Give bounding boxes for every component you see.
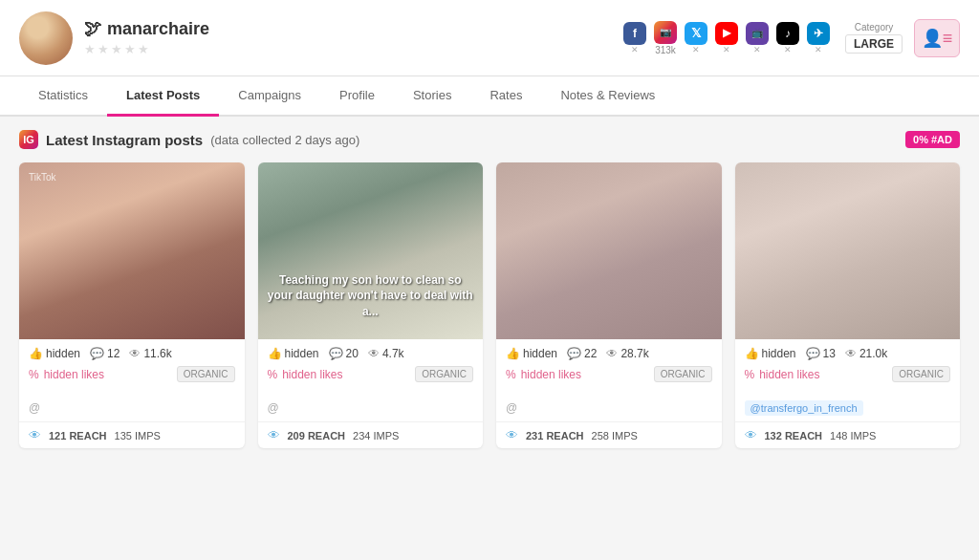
instagram-count: 313k — [655, 45, 676, 55]
eye-icon-4: 👁 — [745, 428, 757, 442]
hidden-likes-text-1: hidden likes — [44, 368, 104, 381]
post-metrics-4: 👍 hidden 💬 13 👁 21.0k — [745, 347, 951, 360]
social-telegram[interactable]: ✈ ✕ — [807, 22, 830, 54]
eye-icon-1: 👁 — [29, 428, 41, 442]
hidden-likes-text-2: hidden likes — [282, 368, 342, 381]
imps-value-3: 258 IMPS — [592, 430, 638, 442]
social-youtube[interactable]: ▶ ✕ — [715, 22, 738, 54]
post-card-1: 👍 hidden 💬 12 👁 11.6k % hidde — [19, 162, 245, 448]
hidden-likes-3: % hidden likes — [506, 368, 581, 381]
ad-badge: 0% #AD — [905, 131, 960, 148]
views-value-2: 4.7k — [382, 347, 404, 360]
post-image-3 — [496, 162, 722, 339]
social-twitter[interactable]: 𝕏 ✕ — [685, 22, 707, 54]
post-metrics-3: 👍 hidden 💬 22 👁 28.7k — [506, 347, 712, 360]
tab-campaigns[interactable]: Campaigns — [219, 76, 320, 117]
likes-metric-1: 👍 hidden — [29, 347, 80, 360]
post-image-2: Teaching my son how to clean so your dau… — [258, 162, 484, 339]
post-card-4: 👍 hidden 💬 13 👁 21.0k % hidde — [735, 162, 961, 448]
views-value-4: 21.0k — [859, 347, 887, 360]
like-icon-3: 👍 — [506, 347, 520, 360]
post-image-4 — [735, 162, 961, 339]
views-metric-3: 👁 28.7k — [606, 347, 648, 360]
avatar — [19, 11, 73, 65]
header: 🕊 manarchaire ★ ★ ★ ★ ★ f ✕ 📷 313k 𝕏 ✕ ▶ — [0, 0, 979, 76]
like-icon-4: 👍 — [745, 347, 759, 360]
social-twitch[interactable]: 📺 ✕ — [746, 22, 769, 54]
comments-value-1: 12 — [107, 347, 120, 360]
organic-badge-2: ORGANIC — [415, 366, 473, 382]
category-box: Category LARGE — [845, 22, 903, 54]
likes-metric-3: 👍 hidden — [506, 347, 557, 360]
tab-statistics[interactable]: Statistics — [19, 76, 107, 117]
section-title: IG Latest Instagram posts (data collecte… — [19, 130, 359, 149]
hidden-likes-1: % hidden likes — [29, 368, 104, 381]
likes-value-4: hidden — [762, 347, 796, 360]
reach-value-2: 209 REACH — [288, 430, 346, 442]
twitch-icon: 📺 — [746, 22, 769, 45]
instagram-section-icon: IG — [19, 130, 38, 149]
percent-icon-1: % — [29, 368, 39, 381]
profile-info: 🕊 manarchaire ★ ★ ★ ★ ★ — [84, 19, 209, 56]
category-label: Category — [845, 22, 903, 32]
comment-icon-3: 💬 — [567, 347, 581, 360]
facebook-icon: f — [623, 22, 646, 45]
reach-value-1: 121 REACH — [49, 430, 107, 442]
tab-profile[interactable]: Profile — [320, 76, 394, 117]
tab-notes-reviews[interactable]: Notes & Reviews — [541, 76, 674, 117]
post-mention-2: @ — [258, 396, 484, 421]
stars: ★ ★ ★ ★ ★ — [84, 42, 209, 56]
eye-icon-2: 👁 — [268, 428, 280, 442]
post-stats-2: 👍 hidden 💬 20 👁 4.7k % hidden — [258, 339, 484, 396]
star5: ★ — [138, 42, 149, 56]
post-stats-1: 👍 hidden 💬 12 👁 11.6k % hidde — [19, 339, 245, 396]
username: 🕊 manarchaire — [84, 19, 209, 39]
section-header: IG Latest Instagram posts (data collecte… — [19, 130, 960, 149]
likes-metric-2: 👍 hidden — [268, 347, 319, 360]
post-image-2-text: Teaching my son how to clean so your dau… — [258, 272, 484, 320]
profile-card-button[interactable]: 👤≡ — [914, 19, 960, 57]
post-image-1 — [19, 162, 245, 339]
post-likes-1: % hidden likes ORGANIC — [29, 366, 235, 382]
tab-stories[interactable]: Stories — [394, 76, 470, 117]
nav-tabs: Statistics Latest Posts Campaigns Profil… — [0, 76, 979, 117]
views-icon-3: 👁 — [606, 347, 618, 360]
tab-rates[interactable]: Rates — [470, 76, 541, 117]
comments-metric-4: 💬 13 — [806, 347, 836, 360]
star2: ★ — [98, 42, 109, 56]
post-reach-4: 👁 132 REACH 148 IMPS — [735, 421, 961, 448]
comment-icon-2: 💬 — [329, 347, 343, 360]
imps-value-1: 135 IMPS — [115, 430, 161, 442]
section-title-text: Latest Instagram posts — [46, 132, 203, 148]
views-icon-1: 👁 — [129, 347, 141, 360]
username-text: manarchaire — [107, 19, 209, 39]
social-instagram[interactable]: 📷 313k — [654, 21, 677, 55]
post-likes-2: % hidden likes ORGANIC — [268, 366, 474, 382]
post-mention-1: @ — [19, 396, 245, 421]
post-reach-1: 👁 121 REACH 135 IMPS — [19, 421, 245, 448]
comments-metric-2: 💬 20 — [329, 347, 359, 360]
instagram-icon: 📷 — [654, 21, 677, 44]
comments-value-4: 13 — [823, 347, 836, 360]
mention-tag-4: @transfergo_in_french — [745, 400, 863, 416]
comment-icon-4: 💬 — [806, 347, 820, 360]
hidden-likes-4: % hidden likes — [745, 368, 820, 381]
main-content: IG Latest Instagram posts (data collecte… — [0, 117, 979, 462]
social-facebook[interactable]: f ✕ — [623, 22, 646, 54]
like-icon-1: 👍 — [29, 347, 43, 360]
twitter-icon: 𝕏 — [685, 22, 707, 45]
star4: ★ — [124, 42, 136, 56]
like-icon-2: 👍 — [268, 347, 282, 360]
post-mention-3: @ — [496, 396, 722, 421]
telegram-icon: ✈ — [807, 22, 830, 45]
post-stats-4: 👍 hidden 💬 13 👁 21.0k % hidde — [735, 339, 961, 396]
tab-latest-posts[interactable]: Latest Posts — [107, 76, 219, 117]
post-card-2: Teaching my son how to clean so your dau… — [258, 162, 484, 448]
likes-value-2: hidden — [285, 347, 319, 360]
comments-metric-3: 💬 22 — [567, 347, 597, 360]
eye-icon-3: 👁 — [506, 428, 518, 442]
imps-value-2: 234 IMPS — [353, 430, 399, 442]
social-tiktok[interactable]: ♪ ✕ — [776, 22, 799, 54]
post-likes-3: % hidden likes ORGANIC — [506, 366, 712, 382]
likes-value-3: hidden — [523, 347, 557, 360]
